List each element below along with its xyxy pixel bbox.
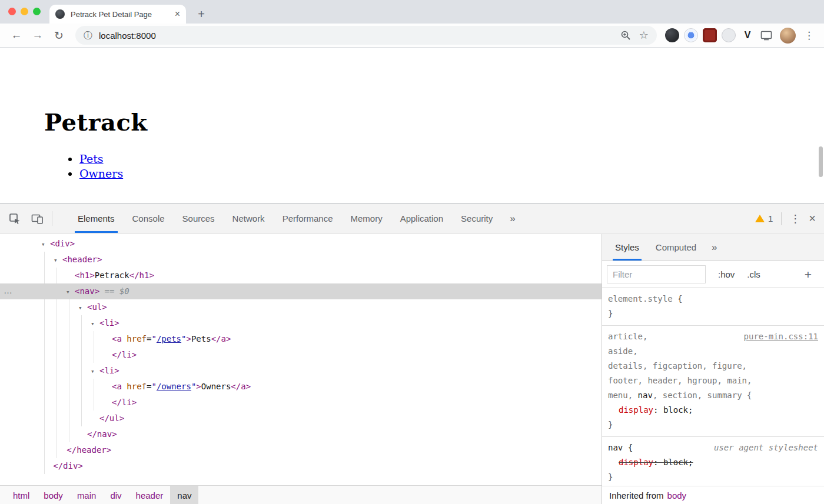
css-token: display [619,458,653,467]
dom-tree-row[interactable]: …▾<nav> == $0 [0,283,602,299]
style-line: user agent stylesheetnav { [608,440,818,455]
extension-dark-globe-icon[interactable] [665,28,679,42]
page-link-pets[interactable]: Pets [79,152,104,165]
dom-tree-row[interactable]: </div> [0,458,602,474]
dom-tree-row[interactable]: ▾<header> [0,252,602,268]
tab-close-icon[interactable]: × [175,9,180,19]
devtools-tab-network[interactable]: Network [224,204,274,233]
code-token: Petrack [95,271,129,280]
back-button[interactable]: ← [8,27,25,44]
expand-arrow-icon[interactable]: ▾ [66,284,75,300]
devtools-toolbar: ElementsConsoleSourcesNetworkPerformance… [0,204,824,233]
dom-tree-row[interactable]: </li> [0,395,602,410]
forward-button[interactable]: → [29,27,46,44]
dom-tree-row[interactable]: <a href="/pets">Pets</a> [0,331,602,347]
warning-triangle-icon [755,215,765,222]
extension-gray-circle-icon[interactable] [722,28,736,42]
dom-tree-row[interactable]: </header> [0,442,602,458]
dom-tree-row[interactable]: <a href="/owners">Owners</a> [0,379,602,395]
dom-tree-row[interactable]: ▾<li> [0,363,602,379]
styles-tab-computed[interactable]: Computed [647,234,705,261]
styles-tab-styles[interactable]: Styles [607,234,647,261]
breadcrumb-item-html[interactable]: html [6,486,36,504]
page-info-icon[interactable]: ⓘ [84,30,92,41]
page-link-owners[interactable]: Owners [79,167,123,180]
extension-blue-circle-icon[interactable] [684,28,698,42]
extension-cast-icon[interactable] [759,28,773,42]
pseudo-state-toggle[interactable]: :hov [718,269,735,279]
css-token: nav { [608,443,633,452]
devtools-tab-list: ElementsConsoleSourcesNetworkPerformance… [69,204,501,233]
style-line: display: block; [608,403,818,418]
style-line: } [608,418,818,432]
devtools-tab-console[interactable]: Console [124,204,174,233]
devtools-tab-elements[interactable]: Elements [69,204,124,233]
inherited-node-link[interactable]: body [667,490,687,500]
dom-tree-row[interactable]: </nav> [0,426,602,442]
fullscreen-window-button[interactable] [33,8,41,15]
dom-tree-row[interactable]: ▾<ul> [0,299,602,315]
inherited-label: Inherited from [609,490,664,500]
dom-tree-row[interactable]: ▾<li> [0,315,602,331]
code-token: > [196,382,201,391]
css-token: ; [688,458,693,467]
browser-tab[interactable]: Petrack Pet Detail Page × [49,5,186,24]
css-token: : [653,405,663,415]
devtools-tab-application[interactable]: Application [391,204,452,233]
code-token: /pets [157,334,181,343]
style-rule-section: user agent stylesheetnav {display: block… [602,437,824,489]
devtools-close-icon[interactable]: × [809,212,816,225]
warning-badge[interactable]: 1 [755,213,773,223]
dom-tree-row[interactable]: ▾<div> [0,236,602,252]
bookmark-star-icon[interactable]: ☆ [639,29,649,42]
styles-more-tabs-icon[interactable]: » [705,242,724,253]
new-tab-button[interactable]: + [193,6,210,22]
code-token: href [127,382,147,391]
new-style-rule-button[interactable]: + [805,268,819,282]
address-bar[interactable]: ⓘ localhost:8000 ☆ [75,26,657,45]
expand-arrow-icon[interactable]: ▾ [91,316,99,332]
breadcrumb-item-body[interactable]: body [36,486,70,504]
devtools-tab-performance[interactable]: Performance [274,204,342,233]
style-line: } [608,306,818,321]
breadcrumb-item-div[interactable]: div [103,486,128,504]
stylesheet-source-link[interactable]: pure-min.css:11 [744,329,818,344]
profile-avatar[interactable] [780,28,796,44]
tab-favicon-icon [55,9,65,19]
devtools-tab-memory[interactable]: Memory [342,204,391,233]
dom-tree-row[interactable]: <h1>Petrack</h1> [0,268,602,283]
reload-button[interactable]: ↻ [51,27,67,44]
breadcrumb-item-header[interactable]: header [129,486,171,504]
window-controls [8,8,41,15]
dom-tree-row[interactable]: </ul> [0,410,602,426]
element-class-toggle[interactable]: .cls [747,269,760,279]
browser-menu-icon[interactable]: ⋮ [804,29,814,42]
page-scrollbar[interactable] [819,146,823,177]
code-token: </a> [211,334,231,343]
styles-filter-input[interactable] [607,265,706,283]
node-overflow-dots-icon[interactable]: … [4,282,13,298]
inspect-element-icon[interactable] [4,204,26,233]
code-token: href [127,334,147,343]
expand-arrow-icon[interactable]: ▾ [54,252,62,268]
code-token: </li> [112,398,137,407]
styles-tabs-bar: StylesComputed » [602,234,824,261]
minimize-window-button[interactable] [21,8,28,15]
device-toolbar-icon[interactable] [26,204,48,233]
expand-arrow-icon[interactable]: ▾ [78,300,87,316]
devtools-menu-icon[interactable]: ⋮ [790,212,800,225]
style-declaration: article, [608,332,647,341]
css-token: element.style [608,294,673,303]
expand-arrow-icon[interactable]: ▾ [91,363,99,379]
more-tabs-icon[interactable]: » [501,213,523,225]
expand-arrow-icon[interactable]: ▾ [41,236,50,252]
dom-tree-row[interactable]: </li> [0,347,602,363]
zoom-icon[interactable] [620,30,631,41]
close-window-button[interactable] [8,8,16,15]
breadcrumb-item-main[interactable]: main [70,486,104,504]
extension-red-square-icon[interactable] [703,28,717,42]
devtools-tab-security[interactable]: Security [452,204,501,233]
breadcrumb-item-nav[interactable]: nav [170,486,198,504]
extension-v-icon[interactable]: V [740,28,755,42]
devtools-tab-sources[interactable]: Sources [174,204,224,233]
